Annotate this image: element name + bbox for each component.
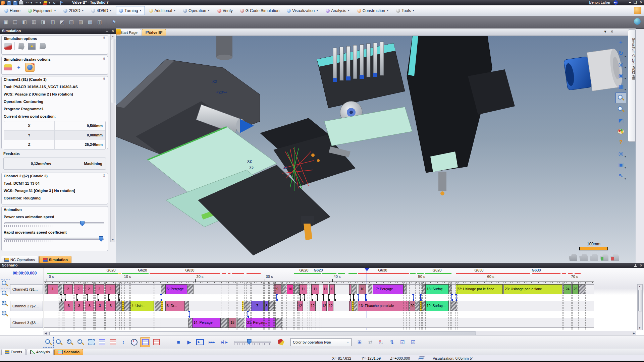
wait-block[interactable] [221, 318, 228, 328]
zoom-window-button[interactable] [44, 338, 53, 347]
view-preset-icon[interactable] [610, 254, 619, 261]
operation-block[interactable]: 10 [287, 284, 293, 294]
operation-block[interactable]: 13: Ébauche paraxiale [358, 301, 409, 311]
select-region-button[interactable] [87, 338, 96, 347]
pin-icon[interactable] [105, 29, 109, 33]
ribbon-tab-home[interactable]: Home [1, 6, 24, 15]
orbit-icon[interactable]: ↻▼ [616, 48, 626, 58]
operation-block[interactable]: 4: Usin... [130, 301, 154, 311]
collapse-icon[interactable]: ∧∧ [103, 77, 105, 80]
tab-analysis[interactable]: Analysis [26, 349, 54, 355]
close-button[interactable]: ✕ [640, 0, 643, 5]
chevron-down-icon[interactable]: ▼ [316, 9, 318, 12]
zoom-in-button[interactable]: + [65, 338, 74, 347]
zoom-window-button[interactable] [1, 280, 9, 288]
tool-display-icon[interactable] [25, 63, 35, 72]
palette-icon[interactable] [616, 126, 626, 136]
operation-block[interactable]: 18: Surfaç... [425, 284, 449, 294]
checklist-button[interactable]: ☑ [398, 338, 407, 347]
reorder-button[interactable]: ⇅ [387, 338, 396, 347]
restore-button[interactable]: ❐ [634, 0, 637, 5]
refresh-button[interactable]: ⇄ [366, 338, 375, 347]
timeline-hscrollbar[interactable]: ◀ ▶ [44, 331, 636, 335]
pin-icon[interactable] [634, 263, 637, 267]
collapse-icon[interactable]: ∧∧ [103, 37, 105, 39]
wait-block[interactable] [352, 284, 357, 294]
time-sync-button[interactable] [129, 338, 139, 347]
operation-block[interactable]: 12 [297, 301, 303, 311]
chevron-down-icon[interactable]: ▼ [347, 9, 350, 12]
expand-rows-button[interactable] [108, 338, 117, 347]
ribbon-tab-equipment[interactable]: Equipment▼ [24, 6, 59, 15]
marker-block[interactable] [349, 284, 352, 294]
zoom-in-button[interactable]: + [1, 300, 9, 308]
save-icon[interactable] [7, 1, 11, 5]
highlight-dropdown-icon[interactable]: ▼ [48, 2, 51, 4]
tab-list-chevron-icon[interactable]: ▼ [603, 29, 607, 34]
operation-block[interactable]: 23: Usinage par le flanc [503, 284, 562, 294]
wait-block[interactable] [368, 284, 372, 294]
grid-view-button[interactable] [140, 337, 150, 347]
operation-block[interactable]: 6: Dr... [165, 301, 185, 311]
marker-block[interactable] [122, 301, 124, 311]
zoom-icon[interactable] [616, 104, 626, 114]
op-icon-10-icon[interactable]: ▩ [87, 18, 94, 26]
marker-block[interactable] [242, 301, 244, 311]
op-icon-5-icon[interactable]: ◨ [40, 18, 47, 26]
chevron-down-icon[interactable]: ▼ [624, 67, 626, 69]
table-view-button[interactable] [152, 338, 161, 347]
operation-block[interactable]: 3 [74, 301, 84, 311]
fit-height-button[interactable]: ↕ [119, 338, 128, 347]
operation-block[interactable]: 2 [105, 284, 116, 294]
ribbon-tab-g-code-simulation[interactable]: G-Code Simulation [237, 6, 283, 15]
collapse-rows-button[interactable] [97, 338, 107, 347]
scroll-right-icon[interactable]: ▶ [633, 332, 635, 335]
operation-block[interactable]: 9 [274, 284, 281, 294]
view-preset-icon[interactable] [579, 254, 588, 261]
collision-check-icon[interactable] [28, 42, 36, 50]
operation-block[interactable]: 1 [47, 284, 58, 294]
op-icon-3-icon[interactable]: ◧ [21, 18, 28, 26]
collapse-icon[interactable]: ∧∧ [103, 174, 105, 177]
refresh-icon[interactable]: ↻ [52, 1, 57, 5]
tab-events[interactable]: Events [1, 349, 26, 355]
ribbon-tab-tools[interactable]: Tools▼ [393, 6, 418, 15]
wait-block[interactable] [124, 301, 130, 311]
fast-forward-button[interactable]: ▶▶▶ [206, 338, 217, 347]
chevron-down-icon[interactable]: ▼ [624, 156, 626, 158]
operation-block[interactable]: 3 [85, 301, 94, 311]
scroll-up-icon[interactable]: ▲ [638, 285, 641, 288]
wait-block[interactable] [244, 301, 250, 311]
operation-block[interactable]: 12 [328, 301, 333, 311]
ribbon-tab-operation[interactable]: Operation▼ [180, 6, 213, 15]
print-icon[interactable] [19, 1, 23, 5]
collapse-icon[interactable]: ∧∧ [103, 57, 105, 60]
link-operations-button[interactable]: ⊞ [355, 338, 364, 347]
pan-icon[interactable]: + [616, 37, 626, 47]
panel-scrollbar[interactable]: ▲ ▼ [110, 34, 115, 242]
operation-block[interactable]: 3 [64, 301, 73, 311]
machine-display-icon[interactable]: ▣▼ [616, 160, 626, 170]
chevron-down-icon[interactable]: ▼ [386, 9, 389, 12]
ribbon-tab-4d-5d[interactable]: 4D/5D▼ [88, 6, 115, 15]
undo-icon[interactable]: ↶ [25, 1, 30, 5]
chevron-down-icon[interactable]: ▼ [139, 9, 142, 12]
chevron-down-icon[interactable]: ▼ [412, 9, 415, 12]
highlight-icon[interactable] [43, 1, 48, 5]
zoom-window-icon[interactable] [615, 93, 626, 103]
chevron-down-icon[interactable]: ▼ [624, 89, 626, 91]
operation-block[interactable]: 2 [74, 284, 83, 294]
app-logo-icon[interactable] [1, 1, 5, 5]
op-icon-6-icon[interactable]: ▥ [49, 18, 56, 26]
play-button[interactable]: ▶ [184, 338, 194, 347]
user-account-link[interactable]: Benoit Lallier [589, 0, 610, 4]
chevron-down-icon[interactable]: ▼ [624, 178, 626, 180]
operation-block[interactable]: 3 [95, 301, 105, 311]
chevron-down-icon[interactable]: ▼ [624, 56, 626, 58]
wait-block[interactable] [449, 284, 451, 294]
axes-display-icon[interactable] [14, 63, 23, 71]
close-panel-icon[interactable]: ✕ [640, 263, 643, 268]
marker-block[interactable] [349, 301, 352, 311]
machine-3d-scene[interactable]: X3<Z3>+X2Z2Z1 [116, 36, 636, 263]
op-icon-9-icon[interactable]: ▨ [77, 18, 85, 26]
